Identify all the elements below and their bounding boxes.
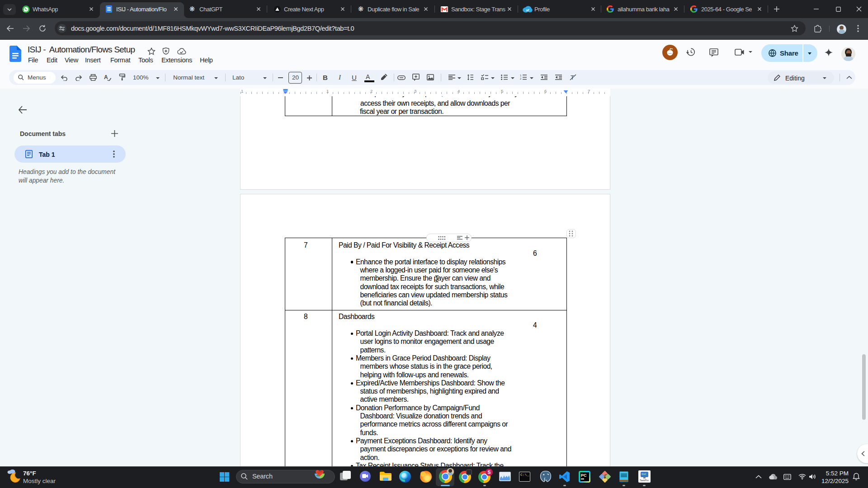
svg-text:1: 1 bbox=[520, 74, 522, 77]
svg-text:❋: ❋ bbox=[189, 5, 195, 13]
svg-text:2: 2 bbox=[520, 77, 522, 80]
svg-text:sf: sf bbox=[526, 9, 529, 12]
svg-text:❋: ❋ bbox=[358, 5, 364, 13]
svg-text:A: A bbox=[104, 74, 108, 80]
